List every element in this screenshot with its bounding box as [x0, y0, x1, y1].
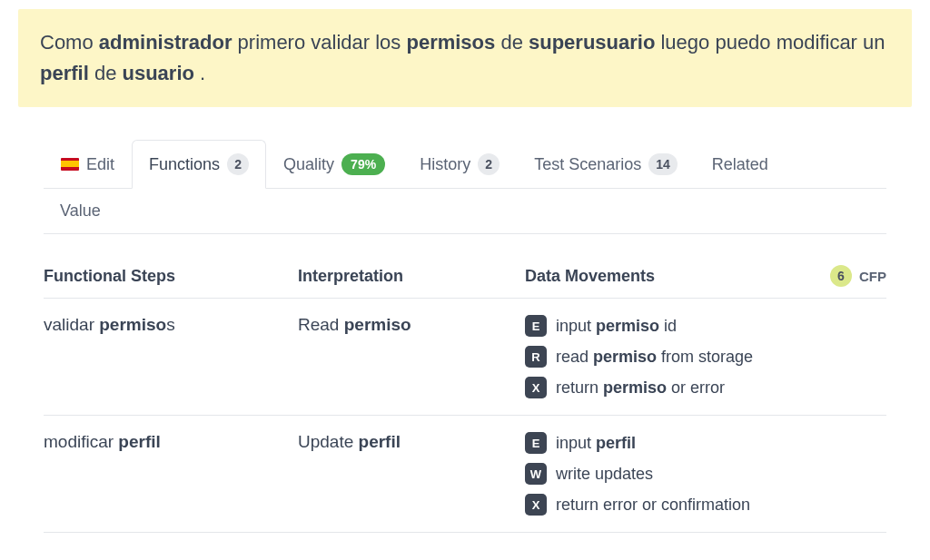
banner-bold-4: perfil [40, 62, 89, 84]
functions-table: Functional Steps Interpretation Data Mov… [44, 252, 886, 533]
banner-text-2: primero validar los [232, 31, 407, 54]
cfp-count-badge: 6 [830, 265, 852, 287]
banner-bold-5: usuario [123, 62, 194, 84]
functional-step-cell: modificar perfil [44, 432, 298, 516]
banner-text-6: . [194, 62, 205, 84]
cfp-summary: 6 CFP [830, 265, 886, 287]
banner-bold-1: administrador [99, 31, 232, 54]
movement-text: return error or confirmation [556, 496, 750, 515]
tab-related-label: Related [712, 155, 768, 174]
movement-tag: E [525, 432, 547, 454]
data-movements-cell: Einput perfilWwrite updatesXreturn error… [525, 432, 886, 516]
data-movement: Einput perfil [525, 432, 886, 454]
quality-percent-badge: 79% [341, 153, 385, 175]
banner-text-1: Como [40, 31, 99, 54]
movement-tag: X [525, 494, 547, 516]
movement-tag: E [525, 315, 547, 337]
table-row: validar permisosRead permisoEinput permi… [44, 298, 886, 415]
data-movement: Rread permiso from storage [525, 346, 886, 368]
tab-history[interactable]: History 2 [402, 140, 517, 188]
banner-bold-3: superusuario [529, 31, 655, 54]
data-movement: Xreturn error or confirmation [525, 494, 886, 516]
data-movement: Wwrite updates [525, 463, 886, 485]
movement-tag: W [525, 463, 547, 485]
interpretation-cell: Read permiso [298, 315, 525, 398]
cfp-label: CFP [859, 269, 886, 284]
tab-functions-label: Functions [149, 155, 220, 174]
header-interpretation: Interpretation [298, 267, 525, 286]
movement-tag: R [525, 346, 547, 368]
functional-step-cell: validar permisos [44, 315, 298, 398]
tab-quality-label: Quality [283, 155, 334, 174]
user-story-banner: Como administrador primero validar los p… [18, 9, 912, 107]
movement-text: write updates [556, 465, 653, 484]
tab-related[interactable]: Related [695, 142, 786, 187]
content-area: Edit Functions 2 Quality 79% History 2 T… [18, 140, 912, 533]
tab-edit[interactable]: Edit [44, 142, 132, 187]
table-header: Functional Steps Interpretation Data Mov… [44, 252, 886, 298]
tab-edit-label: Edit [86, 155, 114, 174]
banner-text-3: de [495, 31, 529, 54]
header-data-movements: Data Movements [525, 267, 655, 286]
banner-text-4: luego puedo modificar un [655, 31, 885, 54]
tab-functions[interactable]: Functions 2 [132, 140, 266, 189]
data-movements-cell: Einput permiso idRread permiso from stor… [525, 315, 886, 398]
tab-value-label: Value [60, 201, 101, 220]
movement-text: input permiso id [556, 317, 677, 336]
interpretation-cell: Update perfil [298, 432, 525, 516]
banner-bold-2: permisos [406, 31, 495, 54]
tab-bar: Edit Functions 2 Quality 79% History 2 T… [44, 140, 886, 189]
table-body: validar permisosRead permisoEinput permi… [44, 298, 886, 533]
tab-history-label: History [420, 155, 470, 174]
tab-test-label: Test Scenarios [534, 155, 641, 174]
movement-text: return permiso or error [556, 378, 725, 398]
flag-spain-icon [61, 158, 79, 171]
movement-text: input perfil [556, 434, 636, 453]
data-movement: Xreturn permiso or error [525, 377, 886, 398]
banner-text-5: de [89, 62, 123, 84]
movement-text: read permiso from storage [556, 348, 753, 367]
header-functional-steps: Functional Steps [44, 267, 298, 286]
tab-test-scenarios[interactable]: Test Scenarios 14 [517, 140, 695, 188]
table-row: modificar perfilUpdate perfilEinput perf… [44, 415, 886, 533]
functions-count-badge: 2 [227, 153, 249, 175]
movement-tag: X [525, 377, 547, 398]
history-count-badge: 2 [478, 153, 500, 175]
tab-quality[interactable]: Quality 79% [266, 140, 402, 188]
test-count-badge: 14 [648, 153, 678, 175]
tab-value[interactable]: Value [44, 189, 886, 234]
data-movement: Einput permiso id [525, 315, 886, 337]
